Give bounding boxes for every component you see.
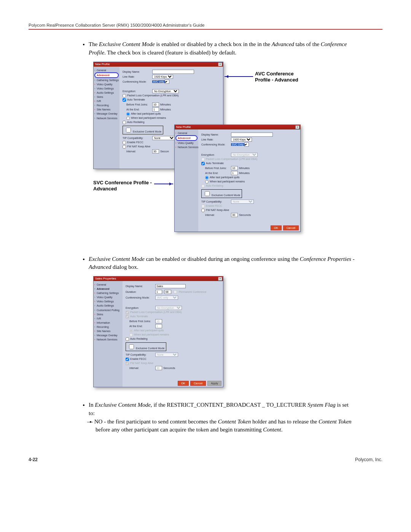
when-last-radio <box>129 333 133 337</box>
line-rate-select[interactable]: 1920 Kbps <box>152 75 173 79</box>
duration-h-input[interactable] <box>155 290 162 294</box>
page-header: Polycom RealPresence Collaboration Serve… <box>29 23 382 30</box>
bullet-3: In Exclusive Content Mode, if the RESTRI… <box>89 401 356 434</box>
figure-1: New Profile × General Advanced Gathering… <box>93 62 382 244</box>
sidebar-svc: General Advanced Video Quality Network S… <box>175 129 198 232</box>
dialog-sales-properties: Sales Properties × General Advanced Gath… <box>93 276 223 387</box>
dialog-titlebar: Sales Properties × <box>94 276 223 281</box>
duration-m-input[interactable] <box>164 290 171 294</box>
encryption-select: No Encryption <box>231 153 258 157</box>
display-name-input[interactable] <box>155 284 186 288</box>
encryption-select: No Encryption <box>155 306 182 310</box>
close-icon[interactable]: × <box>218 277 222 281</box>
auto-redial-checkbox[interactable] <box>126 337 129 341</box>
callout-avc: AVC Conference Profile - Advanced <box>255 71 298 83</box>
auto-terminate-checkbox[interactable] <box>201 162 205 165</box>
auto-terminate-checkbox[interactable] <box>123 98 126 102</box>
after-last-radio[interactable] <box>126 112 130 116</box>
sidebar: General Advanced Gathering Settings Vide… <box>94 281 123 387</box>
dialog-titlebar: New Profile × <box>94 62 223 67</box>
when-last-radio[interactable] <box>205 180 209 184</box>
when-last-radio[interactable] <box>126 117 130 120</box>
before-first-input[interactable] <box>152 102 159 107</box>
interval-input <box>155 366 162 370</box>
page-footer: 4-22 Polycom, Inc. <box>29 457 382 462</box>
conf-mode-select: AVC only <box>155 296 178 300</box>
fw-nat-checkbox[interactable] <box>123 145 126 149</box>
at-end-input <box>155 324 162 328</box>
after-last-radio[interactable] <box>205 176 209 179</box>
line-rate-select[interactable]: 1920 Kbps <box>231 137 252 142</box>
close-icon[interactable]: × <box>295 125 299 129</box>
sidebar: General Advanced Gathering Settings Vide… <box>94 67 119 169</box>
cancel-button[interactable]: Cancel <box>190 381 206 386</box>
bullet-1: The Exclusive Content Mode is enabled or… <box>89 40 356 57</box>
fw-nat-checkbox[interactable] <box>201 209 205 212</box>
ecm-checkbox[interactable] <box>126 128 131 133</box>
close-icon[interactable]: × <box>218 62 222 66</box>
encryption-select[interactable]: No Encryption <box>152 89 179 93</box>
at-end-input[interactable] <box>231 171 238 175</box>
tip-select[interactable]: None <box>152 136 175 140</box>
callout-svc: SVC Conference Profile - Advanced <box>93 180 152 192</box>
auto-terminate-checkbox <box>126 315 129 318</box>
at-end-input[interactable] <box>152 107 159 112</box>
ecm-checkbox[interactable] <box>129 344 134 349</box>
dialog-svc-profile: New Profile × General Advanced Video Qua… <box>174 125 301 232</box>
dialog-titlebar-svc: New Profile × <box>175 125 300 129</box>
before-first-input <box>155 319 162 323</box>
enable-fecc-checkbox <box>201 204 205 208</box>
after-last-radio <box>129 329 133 332</box>
tip-select: None <box>155 353 178 357</box>
permanent-checkbox <box>174 290 177 294</box>
ecm-checkbox[interactable] <box>205 191 210 196</box>
display-name-input[interactable] <box>152 70 194 74</box>
plc-checkbox <box>201 158 205 161</box>
interval-input[interactable] <box>231 213 238 217</box>
plc-checkbox <box>126 311 129 314</box>
ecm-box: Exclusive Content Mode <box>126 342 166 351</box>
cancel-button[interactable]: Cancel <box>283 225 299 230</box>
ecm-box: Exclusive Content Mode <box>123 126 163 134</box>
ok-button[interactable]: OK <box>271 225 282 230</box>
sub-bullet-1: NO - the first participant to send conte… <box>96 418 356 435</box>
apply-button[interactable]: Apply <box>207 381 221 386</box>
callout-arrow-avc <box>225 76 253 77</box>
ecm-box: Exclusive Content Mode <box>201 189 242 198</box>
conf-mode-select[interactable] <box>244 142 249 147</box>
display-name-input[interactable] <box>231 133 273 137</box>
enable-fecc-checkbox[interactable] <box>126 358 129 361</box>
interval-input[interactable] <box>152 149 159 153</box>
callout-arrow-svc <box>154 184 173 184</box>
plc-checkbox[interactable] <box>123 94 126 97</box>
enable-fecc-checkbox[interactable] <box>123 141 126 144</box>
auto-redial-checkbox[interactable] <box>123 121 126 124</box>
conf-mode-select[interactable] <box>165 80 169 84</box>
tip-select: None <box>231 200 254 204</box>
auto-redial-checkbox <box>201 184 205 188</box>
fw-nat-checkbox <box>126 362 129 365</box>
figure-2: Sales Properties × General Advanced Gath… <box>93 276 382 390</box>
before-first-input[interactable] <box>231 166 238 170</box>
ok-button[interactable]: OK <box>178 381 189 386</box>
bullet-2: Exclusive Content Mode can be enabled or… <box>89 255 356 272</box>
